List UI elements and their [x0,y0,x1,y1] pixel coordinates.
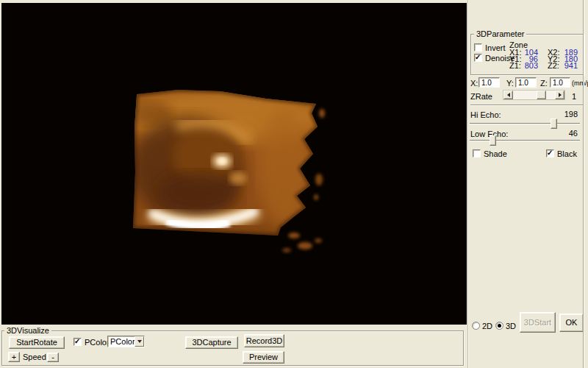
invert-label: Invert [485,44,506,52]
hi-echo-label: Hi Echo: [470,111,501,119]
invert-checkbox[interactable] [474,43,482,52]
speed-label: Speed [23,353,46,361]
scale-unit-label: (mm/p) [572,79,588,88]
zrate-label: ZRate [470,93,492,101]
zrate-value: 1 [572,93,576,101]
hi-echo-value: 198 [557,110,578,118]
shade-checkbox[interactable] [473,149,481,158]
x-scale-field[interactable]: 1.0 [478,77,500,88]
x-scale-label: X: [470,79,478,88]
black-label: Black [557,150,577,158]
low-echo-slider-thumb[interactable] [490,135,496,146]
3d-radio[interactable] [495,322,503,330]
zrate-scrollbar[interactable] [503,90,565,100]
shade-label: Shade [484,150,507,158]
zrate-scroll-left-button[interactable] [503,91,513,99]
speed-plus-button[interactable]: + [8,352,20,362]
visualize-group-title: 3DVisualize [4,326,51,335]
record3d-button[interactable]: Record3D [244,334,284,347]
pcolor-dropdown-value: PColor [110,337,135,346]
z-scale-label: Z: [540,79,548,88]
3dstart-button[interactable]: 3DStart [520,312,556,333]
z-scale-field[interactable]: 1.0 [550,77,570,88]
parameter-panel: 3DParameter Invert Denoise Zone X1: 104 … [468,0,588,368]
pcolor-dropdown-arrow-button[interactable] [135,336,144,347]
hi-echo-slider-track[interactable] [470,123,580,124]
start-rotate-button[interactable]: StartRotate [9,336,65,349]
speed-minus-button[interactable]: - [47,353,59,362]
chevron-down-icon [137,340,142,343]
denoise-checkbox[interactable] [474,54,482,62]
low-echo-value: 46 [557,130,578,138]
3dcapture-button[interactable]: 3DCapture [185,336,238,349]
parameter-group-title: 3DParameter [474,29,526,38]
scroll-right-icon [559,93,562,97]
preview-button[interactable]: Preview [243,351,284,364]
2d-radio[interactable] [472,322,480,330]
ultrasound-render [1,3,467,325]
scroll-left-icon [507,93,510,97]
zone-z2-value: 941 [558,62,578,70]
visualize-panel: 3DVisualize StartRotate + Speed - PColor… [0,325,467,368]
black-checkbox[interactable] [546,149,554,158]
render-viewport[interactable] [1,3,467,325]
pcolor-dropdown[interactable]: PColor [107,336,145,347]
separator [470,105,583,106]
pcolor-checkbox[interactable] [74,338,82,346]
2d-radio-label: 2D [482,322,492,330]
parameter-groupbox: 3DParameter Invert Denoise Zone X1: 104 … [470,34,584,75]
panel-edge-groove [583,0,584,368]
zrate-scroll-right-button[interactable] [555,91,564,99]
low-echo-slider-track[interactable] [470,140,580,141]
y-scale-label: Y: [506,79,514,88]
y-scale-field[interactable]: 1.0 [515,77,537,88]
3d-radio-label: 3D [506,322,516,330]
hi-echo-slider-thumb[interactable] [551,118,557,129]
pcolor-label: PColor [85,339,110,347]
zrate-scroll-thumb[interactable] [537,91,546,99]
zone-z1-value: 803 [518,62,538,70]
ok-button[interactable]: OK [559,314,584,332]
